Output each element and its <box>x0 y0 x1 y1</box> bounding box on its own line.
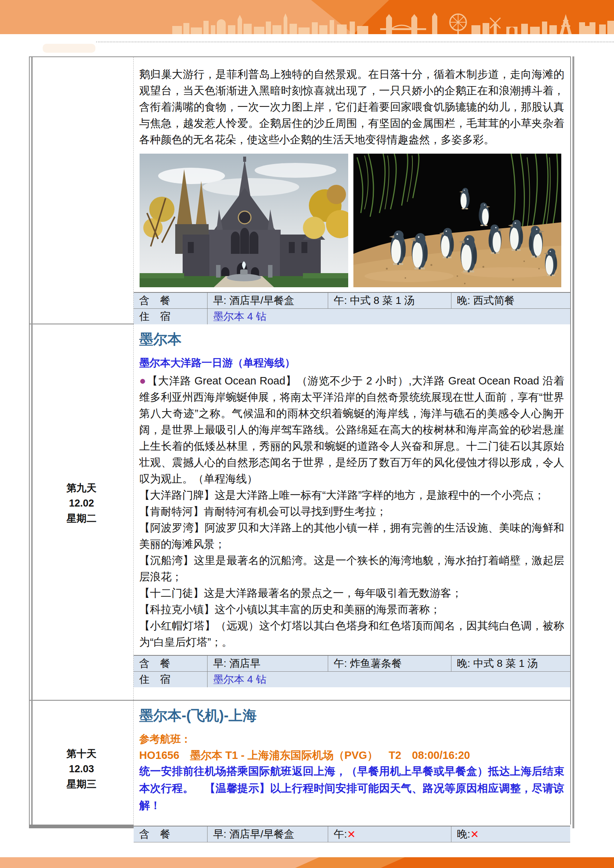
day8-meal-table: 含 餐 早: 酒店早/早餐盒 午: 中式 8 菜 1 汤 晚: 西式简餐 住 宿… <box>133 292 570 324</box>
day10-route-title: 墨尔本-(飞机)-上海 <box>139 707 564 724</box>
day8-content-cell: 鹅归巢大游行，是菲利普岛上独特的自然景观。在日落十分，循着木制步道，走向海滩的观… <box>133 57 570 324</box>
day10-meal-table: 含 餐 早: 酒店早/早餐盒 午: ✕ 晚: ✕ <box>133 826 570 842</box>
little-penguins-photo <box>354 153 562 287</box>
flight-info-line: HO1656 墨尔本 T1 - 上海浦东国际机场（PVG） T2 08:00/1… <box>139 749 564 762</box>
stay-label: 住 宿 <box>133 672 207 687</box>
breakfast-cell: 早: 酒店早/早餐盒 <box>207 826 328 842</box>
lunch-cell: 午: ✕ <box>328 826 451 842</box>
hotel-link[interactable]: 墨尔本 4 钻 <box>213 310 266 324</box>
st-patricks-cathedral-photo <box>140 153 348 287</box>
itinerary-table: 鹅归巢大游行，是菲利普岛上独特的自然景观。在日落十分，循着木制步道，走向海滩的观… <box>29 56 571 825</box>
meals-label: 含 餐 <box>133 656 207 671</box>
day8-row: 鹅归巢大游行，是菲利普岛上独特的自然景观。在日落十分，循着木制步道，走向海滩的观… <box>30 57 570 324</box>
poi-item-apollo-bay: 【阿波罗湾】阿波罗贝和大洋路上的其他小镇一样，拥有完善的生活设施、美味的海鲜和美… <box>139 519 564 552</box>
day10-name: 第十天 <box>67 746 96 761</box>
day10-label-cell: 第十天 12.03 星期三 <box>30 701 133 825</box>
poi-item-kennett-river: 【肯耐特河】肯耐特河有机会可以寻找到野生考拉； <box>139 503 564 519</box>
day9-city-title: 墨尔本 <box>139 331 564 348</box>
day9-meals-row: 含 餐 早: 酒店早 午: 炸鱼薯条餐 晚: 中式 8 菜 1 汤 <box>133 656 570 671</box>
poi-item-lighthouse: 【小红帽灯塔】（远观）这个灯塔以其白色塔身和红色塔顶而闻名，因其纯白色调，被称为… <box>139 617 564 650</box>
day9-weekday: 星期二 <box>67 511 96 526</box>
day10-meals-row: 含 餐 早: 酒店早/早餐盒 午: ✕ 晚: ✕ <box>133 826 570 842</box>
great-ocean-road-paragraph: ●【大洋路 Great Ocean Road】（游览不少于 2 小时）,大洋路 … <box>139 373 564 487</box>
day9-label-cell: 第九天 12.02 星期二 <box>30 324 133 700</box>
day9-meal-table: 含 餐 早: 酒店早 午: 炸鱼薯条餐 晚: 中式 8 菜 1 汤 住 宿 墨尔… <box>133 655 570 687</box>
day10-content-cell: 墨尔本-(飞机)-上海 参考航班： HO1656 墨尔本 T1 - 上海浦东国际… <box>133 701 570 825</box>
great-ocean-road-text: 【大洋路 Great Ocean Road】（游览不少于 2 小时）,大洋路 G… <box>139 375 564 485</box>
dinner-cell: 晚: ✕ <box>451 826 570 842</box>
flight-reference-label: 参考航班： <box>139 733 564 746</box>
day10-row: 第十天 12.03 星期三 墨尔本-(飞机)-上海 参考航班： HO1656 墨… <box>30 701 570 825</box>
photo-row <box>140 153 570 287</box>
poi-item-colac: 【科拉克小镇】这个小镇以其丰富的历史和美丽的海景而著称； <box>139 601 564 617</box>
day9-name: 第九天 <box>67 480 96 496</box>
breakfast-cell: 早: 酒店早 <box>207 656 328 671</box>
day9-tour-subtitle: 墨尔本大洋路一日游（单程海线） <box>139 356 564 369</box>
return-notes: 统一安排前往机场搭乘国际航班返回上海，（早餐用机上早餐或早餐盒）抵达上海后结束本… <box>139 763 564 814</box>
table-left-frame-bar <box>31 57 33 825</box>
poi-item-gateway: 【大洋路门牌】这是大洋路上唯一标有“大洋路”字样的地方，是旅程中的一个小亮点； <box>139 487 564 503</box>
day9-stay-row: 住 宿 墨尔本 4 钻 <box>133 671 570 687</box>
day8-meals-row: 含 餐 早: 酒店早/早餐盒 午: 中式 8 菜 1 汤 晚: 西式简餐 <box>133 293 570 308</box>
footer-band <box>0 857 614 868</box>
no-lunch-mark: ✕ <box>347 828 356 840</box>
day9-date: 12.02 <box>67 496 96 511</box>
poi-item-twelve-apostles: 【十二门徒】这是大洋路最著名的景点之一，每年吸引着无数游客； <box>139 585 564 601</box>
meals-label: 含 餐 <box>133 293 207 308</box>
table-bottom-shadow <box>29 825 133 828</box>
header-dotted-divider <box>96 42 614 42</box>
stay-label: 住 宿 <box>133 309 207 324</box>
city-skyline-icon <box>172 12 614 34</box>
bullet-icon: ● <box>139 374 146 387</box>
lunch-cell: 午: 中式 8 菜 1 汤 <box>328 293 451 308</box>
day10-date: 12.03 <box>67 761 96 777</box>
table-right-frame-bar <box>572 56 574 828</box>
decorative-smudge <box>43 44 95 53</box>
poi-item-wreck-beach: 【沉船湾】这里是最著名的沉船湾。这是一个狭长的海湾地貌，海水拍打着峭壁，激起层层… <box>139 552 564 585</box>
day9-content-cell: 墨尔本 墨尔本大洋路一日游（单程海线） ●【大洋路 Great Ocean Ro… <box>133 324 570 700</box>
breakfast-cell: 早: 酒店早/早餐盒 <box>207 293 328 308</box>
itinerary-page: 鹅归巢大游行，是菲利普岛上独特的自然景观。在日落十分，循着木制步道，走向海滩的观… <box>0 0 614 868</box>
dinner-cell: 晚: 西式简餐 <box>451 293 570 308</box>
meals-label: 含 餐 <box>133 826 207 842</box>
no-dinner-mark: ✕ <box>470 828 479 840</box>
lunch-cell: 午: 炸鱼薯条餐 <box>328 656 451 671</box>
dinner-cell: 晚: 中式 8 菜 1 汤 <box>451 656 570 671</box>
day8-stay-row: 住 宿 墨尔本 4 钻 <box>133 308 570 324</box>
day9-row: 第九天 12.02 星期二 墨尔本 墨尔本大洋路一日游（单程海线） ●【大洋路 … <box>30 324 570 701</box>
penguin-parade-paragraph: 鹅归巢大游行，是菲利普岛上独特的自然景观。在日落十分，循着木制步道，走向海滩的观… <box>139 66 564 148</box>
day8-label-cell <box>30 57 133 324</box>
header-banner <box>0 0 614 34</box>
day10-weekday: 星期三 <box>67 777 96 792</box>
hotel-link[interactable]: 墨尔本 4 钻 <box>213 673 266 687</box>
